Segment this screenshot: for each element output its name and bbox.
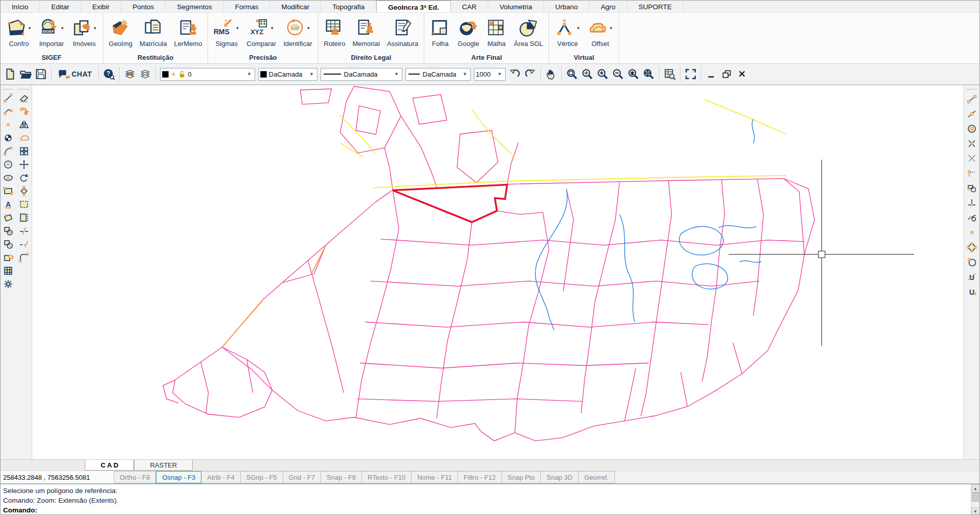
- dropdown-arrow-icon[interactable]: ▼: [609, 26, 613, 31]
- ribbon-button-importar[interactable]: SIGEF▼Importar: [36, 15, 67, 49]
- parcel-path-pink[interactable]: [173, 347, 272, 417]
- ribbon-button-assinatura[interactable]: Assinatura: [384, 15, 421, 49]
- save-file-button[interactable]: [33, 66, 49, 82]
- menu-tab-geoincra-3-ed[interactable]: GeoIncra 3ª Ed.: [376, 1, 451, 12]
- scale-button[interactable]: [18, 185, 30, 197]
- parcel-path-blue[interactable]: [752, 119, 755, 143]
- array-button[interactable]: [18, 145, 30, 157]
- dropdown-arrow-icon[interactable]: ▼: [93, 26, 97, 31]
- draw-rectangle-button[interactable]: [2, 185, 14, 197]
- layers-list-button[interactable]: [138, 66, 153, 82]
- zoom-extents-button[interactable]: [641, 66, 656, 82]
- ribbon-button-confro[interactable]: ▼Confro: [4, 15, 34, 49]
- toggle-rtexto-f10[interactable]: RTexto - F10: [362, 471, 412, 483]
- minimize-button[interactable]: [704, 66, 719, 82]
- color-combobox[interactable]: DaCamada▼: [258, 68, 317, 81]
- draw-arc-button[interactable]: [2, 145, 14, 157]
- parcel-path-pink[interactable]: [308, 261, 344, 393]
- snap-node-button[interactable]: [966, 167, 978, 179]
- parcel-path-pink[interactable]: [300, 89, 331, 104]
- dropdown-arrow-icon[interactable]: ▼: [60, 26, 64, 31]
- snap-point-button[interactable]: [966, 226, 978, 239]
- linetype-combobox[interactable]: DaCamada▼: [321, 68, 402, 81]
- dropdown-arrow-icon[interactable]: ▼: [235, 26, 239, 31]
- layer-lock-icon[interactable]: 🔓: [178, 71, 186, 78]
- help-button[interactable]: ?: [101, 66, 117, 82]
- rotate-button[interactable]: [18, 172, 30, 184]
- scale-combobox[interactable]: 1000▼: [474, 68, 506, 81]
- ribbon-button-lermemo[interactable]: LerMemo: [171, 15, 204, 49]
- draw-star-button[interactable]: [2, 278, 14, 290]
- parcel-path-yellow[interactable]: [705, 100, 786, 134]
- menu-tab-agro[interactable]: Agro: [589, 1, 627, 12]
- zoom-out-button[interactable]: [610, 66, 626, 82]
- toolbar-grip[interactable]: [3, 88, 14, 89]
- restore-button[interactable]: [719, 66, 735, 82]
- parcel-path-orange[interactable]: [222, 300, 263, 347]
- parcel-path-pink[interactable]: [356, 106, 380, 134]
- menu-tab-car[interactable]: CAR: [451, 1, 489, 12]
- fullscreen-button[interactable]: [683, 66, 698, 82]
- drawing-canvas[interactable]: [32, 85, 964, 459]
- dropdown-arrow-icon[interactable]: ▼: [270, 26, 274, 31]
- redo-button[interactable]: [522, 66, 538, 82]
- dropdown-arrow-icon[interactable]: ▼: [576, 26, 580, 31]
- toolbar-grip[interactable]: [18, 88, 30, 89]
- parcel-path-blue[interactable]: [679, 226, 723, 255]
- menu-tab-editar[interactable]: Editar: [40, 1, 81, 12]
- toggle-sgrip-f5[interactable]: SGrip - F5: [241, 471, 283, 483]
- parcel-path-pink[interactable]: [163, 380, 178, 403]
- parcel-path-pink[interactable]: [401, 116, 437, 186]
- import-shape-button[interactable]: [2, 251, 14, 264]
- zoom-center-button[interactable]: [580, 66, 595, 82]
- ribbon-button-sigmas[interactable]: RMS+▼Sigmas: [211, 15, 242, 49]
- parcel-path-pink[interactable]: [365, 322, 709, 327]
- snap-clear-button[interactable]: U: [966, 271, 978, 283]
- snap-nearest-button[interactable]: [966, 256, 978, 268]
- parcel-path-pink[interactable]: [457, 130, 498, 182]
- parcel-path-pink[interactable]: [681, 372, 688, 407]
- draw-line-button[interactable]: [2, 92, 14, 104]
- snap-midpoint-button[interactable]: [966, 108, 978, 120]
- menu-tab-suporte[interactable]: SUPORTE: [627, 1, 683, 12]
- toggle-georref[interactable]: Georref.: [579, 471, 615, 483]
- parcel-path-pink[interactable]: [581, 183, 620, 413]
- parcel-path-pink[interactable]: [356, 190, 399, 417]
- parcel-path-pink[interactable]: [437, 222, 472, 418]
- ribbon-button-comparar[interactable]: XYZ▼Comparar: [244, 15, 279, 49]
- ribbon-button-google[interactable]: Google: [455, 15, 482, 49]
- layer-combobox[interactable]: ☀🔓0▼: [160, 68, 255, 81]
- parcel-path-orange[interactable]: [311, 245, 326, 275]
- parcel-path-pink[interactable]: [413, 95, 447, 124]
- menu-tab-topografia[interactable]: Topografia: [321, 1, 376, 12]
- parcel-path-pink[interactable]: [263, 203, 375, 300]
- parcel-path-pink[interactable]: [380, 239, 804, 245]
- lineweight-combobox[interactable]: DaCamada▼: [405, 68, 471, 81]
- scroll-down-icon[interactable]: ▼: [971, 507, 980, 515]
- menu-tab-formas[interactable]: Formas: [224, 1, 270, 12]
- close-button[interactable]: [735, 66, 750, 82]
- menu-tab-urbano[interactable]: Urbano: [544, 1, 589, 12]
- snap-apparent-button[interactable]: [966, 152, 978, 165]
- chat-button[interactable]: CHAT: [54, 66, 96, 82]
- parcel-path-pink[interactable]: [702, 180, 725, 382]
- snap-center-button[interactable]: [966, 123, 978, 135]
- parcel-path-blue[interactable]: [535, 189, 567, 331]
- parcel-path-pink[interactable]: [201, 362, 209, 414]
- draw-circle-button[interactable]: [2, 158, 14, 171]
- fillet-button[interactable]: [18, 251, 30, 264]
- parcel-path-pink[interactable]: [641, 181, 672, 416]
- snap-intersection-button[interactable]: [966, 137, 978, 150]
- move-button[interactable]: [18, 158, 30, 171]
- ribbon-button-folha[interactable]: Folha: [427, 15, 453, 49]
- parcel-path-pink[interactable]: [733, 342, 742, 373]
- ribbon-button-vertice[interactable]: +▼Vértice: [552, 15, 583, 49]
- parcel-path-yellow[interactable]: [373, 175, 786, 188]
- layers-manager-button[interactable]: [122, 66, 138, 82]
- parcel-path-blue[interactable]: [620, 215, 635, 322]
- draw-text-button[interactable]: A: [2, 198, 14, 210]
- chevron-down-icon[interactable]: ▼: [393, 72, 400, 77]
- command-scrollbar[interactable]: ▲ ▼: [971, 484, 979, 515]
- menu-tab-volumetria[interactable]: Volumetria: [488, 1, 544, 12]
- pan-button[interactable]: [543, 66, 559, 82]
